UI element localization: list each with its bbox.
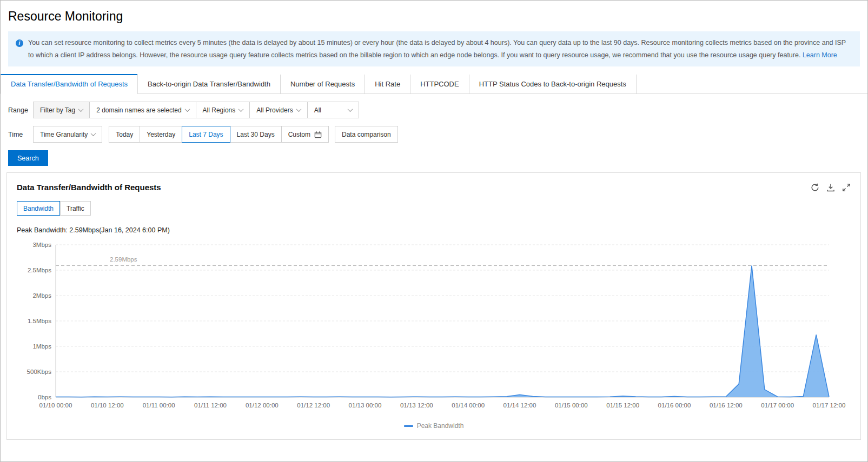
banner-text-body: You can set resource monitoring to colle… (28, 39, 846, 59)
chart-title: Data Transfer/Bandwidth of Requests (17, 183, 161, 192)
svg-text:1.5Mbps: 1.5Mbps (28, 318, 51, 324)
svg-text:2.59Mbps: 2.59Mbps (110, 256, 137, 263)
metric-select[interactable]: All (307, 102, 359, 118)
svg-text:01/17 12:00: 01/17 12:00 (813, 402, 846, 409)
learn-more-link[interactable]: Learn More (803, 51, 837, 59)
svg-text:01/10 00:00: 01/10 00:00 (39, 402, 72, 409)
chevron-down-icon (238, 106, 244, 112)
tab-data-transfer-bandwidth[interactable]: Data Transfer/Bandwidth of Requests (1, 74, 138, 94)
last-7-days-button[interactable]: Last 7 Days (182, 126, 230, 143)
provider-select-label: All Providers (256, 106, 293, 114)
time-row: Time Time Granularity TodayYesterdayLast… (1, 118, 867, 143)
chevron-down-icon (78, 106, 84, 112)
chevron-down-icon (91, 131, 96, 136)
svg-text:01/11 12:00: 01/11 12:00 (194, 402, 227, 409)
range-controls: Filter by Tag2 domain names are selected… (33, 102, 359, 118)
tab-back-to-origin[interactable]: Back-to-origin Data Transfer/Bandwidth (137, 74, 281, 94)
svg-text:0bps: 0bps (38, 394, 51, 400)
svg-text:01/11 00:00: 01/11 00:00 (143, 402, 175, 409)
bandwidth-area-chart: 0bps500Kbps1Mbps1.5Mbps2Mbps2.5Mbps3Mbps… (17, 237, 851, 416)
banner-text: You can set resource monitoring to colle… (28, 37, 852, 61)
svg-text:01/16 00:00: 01/16 00:00 (658, 402, 691, 409)
search-button[interactable]: Search (8, 150, 48, 166)
peak-bandwidth-text: Peak Bandwidth: 2.59Mbps(Jan 16, 2024 6:… (17, 226, 851, 234)
svg-text:01/15 00:00: 01/15 00:00 (555, 402, 588, 409)
today-button[interactable]: Today (109, 126, 140, 143)
time-range-segment: TodayYesterdayLast 7 DaysLast 30 DaysCus… (109, 126, 328, 143)
chart-panel-header: Data Transfer/Bandwidth of Requests (17, 183, 851, 192)
svg-text:01/14 00:00: 01/14 00:00 (452, 402, 485, 409)
provider-select[interactable]: All Providers (249, 102, 307, 118)
legend-label: Peak Bandwidth (417, 422, 464, 430)
svg-text:2.5Mbps: 2.5Mbps (28, 267, 51, 273)
svg-text:01/12 12:00: 01/12 12:00 (297, 402, 330, 409)
region-select-label: All Regions (203, 106, 236, 114)
expand-icon[interactable] (842, 183, 851, 192)
custom-range-label: Custom (288, 131, 310, 138)
chart-legend: Peak Bandwidth (17, 418, 851, 435)
domain-select-label: 2 domain names are selected (96, 106, 181, 114)
svg-text:2Mbps: 2Mbps (32, 292, 51, 299)
svg-text:01/14 12:00: 01/14 12:00 (503, 402, 536, 409)
download-icon[interactable] (826, 183, 835, 192)
svg-text:01/10 12:00: 01/10 12:00 (91, 402, 124, 409)
region-select[interactable]: All Regions (196, 102, 250, 118)
domain-select[interactable]: 2 domain names are selected (89, 102, 196, 118)
data-comparison-button[interactable]: Data comparison (335, 126, 398, 143)
svg-text:01/12 00:00: 01/12 00:00 (246, 402, 279, 409)
refresh-icon[interactable] (811, 183, 819, 192)
custom-range-button[interactable]: Custom (281, 126, 329, 143)
tab-httpcode[interactable]: HTTPCODE (410, 74, 469, 94)
metric-select-label: All (314, 106, 321, 114)
time-label: Time (8, 131, 33, 138)
tab-bar: Data Transfer/Bandwidth of Requests Back… (1, 74, 867, 94)
filter-by-tag-label: Filter by Tag (40, 106, 75, 114)
range-label: Range (8, 106, 33, 114)
traffic-toggle-button[interactable]: Traffic (60, 201, 91, 216)
legend-line-marker (404, 425, 413, 427)
range-row: Range Filter by Tag2 domain names are se… (1, 94, 867, 118)
time-granularity-select[interactable]: Time Granularity (33, 126, 102, 143)
page-title: Resource Monitoring (1, 1, 867, 31)
last-30-days-button[interactable]: Last 30 Days (230, 126, 282, 143)
info-banner: i You can set resource monitoring to col… (8, 31, 860, 66)
chart-toolbar (811, 183, 851, 192)
yesterday-button[interactable]: Yesterday (140, 126, 182, 143)
svg-text:01/16 12:00: 01/16 12:00 (710, 402, 743, 409)
svg-text:01/13 12:00: 01/13 12:00 (400, 402, 433, 409)
tab-http-status-back-to-origin[interactable]: HTTP Status Codes to Back-to-origin Requ… (469, 74, 637, 94)
unit-toggle: BandwidthTraffic (17, 201, 851, 216)
chevron-down-icon (296, 106, 301, 112)
calendar-icon (314, 131, 322, 138)
time-granularity-label: Time Granularity (40, 131, 88, 138)
svg-text:01/13 00:00: 01/13 00:00 (349, 402, 382, 409)
bandwidth-chart: 0bps500Kbps1Mbps1.5Mbps2Mbps2.5Mbps3Mbps… (17, 237, 851, 418)
bandwidth-toggle-button[interactable]: Bandwidth (17, 201, 60, 216)
chevron-down-icon (184, 106, 190, 112)
chart-panel: Data Transfer/Bandwidth of Requests Band… (6, 172, 861, 440)
svg-text:500Kbps: 500Kbps (27, 369, 52, 375)
resource-monitoring-page: Resource Monitoring i You can set resour… (0, 0, 868, 462)
svg-text:3Mbps: 3Mbps (32, 242, 51, 248)
svg-text:01/17 00:00: 01/17 00:00 (761, 402, 794, 409)
tab-hit-rate[interactable]: Hit Rate (365, 74, 410, 94)
chevron-down-icon (347, 106, 353, 112)
filter-by-tag-button[interactable]: Filter by Tag (33, 102, 90, 118)
info-icon: i (16, 39, 23, 47)
svg-text:1Mbps: 1Mbps (32, 343, 51, 350)
tab-number-of-requests[interactable]: Number of Requests (280, 74, 365, 94)
svg-text:01/15 12:00: 01/15 12:00 (606, 402, 639, 409)
